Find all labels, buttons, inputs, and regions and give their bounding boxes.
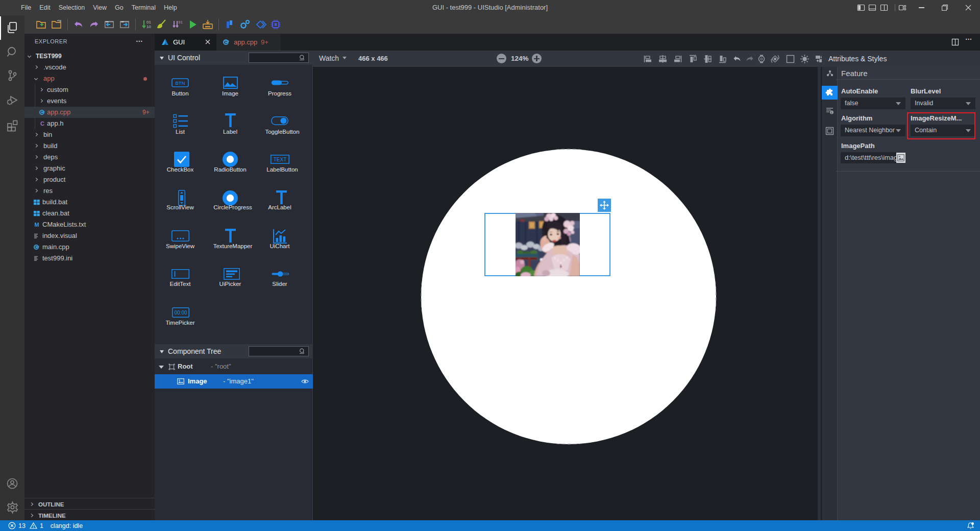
- svg-text:BTN: BTN: [176, 80, 185, 86]
- svg-text:00:00: 00:00: [174, 310, 187, 316]
- svg-text:01: 01: [146, 20, 151, 25]
- svg-text:C: C: [35, 245, 38, 250]
- svg-text:C: C: [40, 120, 44, 127]
- svg-text:10: 10: [146, 25, 151, 29]
- svg-text:91: 91: [178, 20, 183, 25]
- svg-text:C: C: [40, 110, 44, 115]
- svg-text:TEXT: TEXT: [274, 157, 287, 162]
- svg-text:i: i: [831, 111, 832, 114]
- svg-text:M: M: [34, 222, 39, 228]
- svg-text:C: C: [224, 39, 228, 45]
